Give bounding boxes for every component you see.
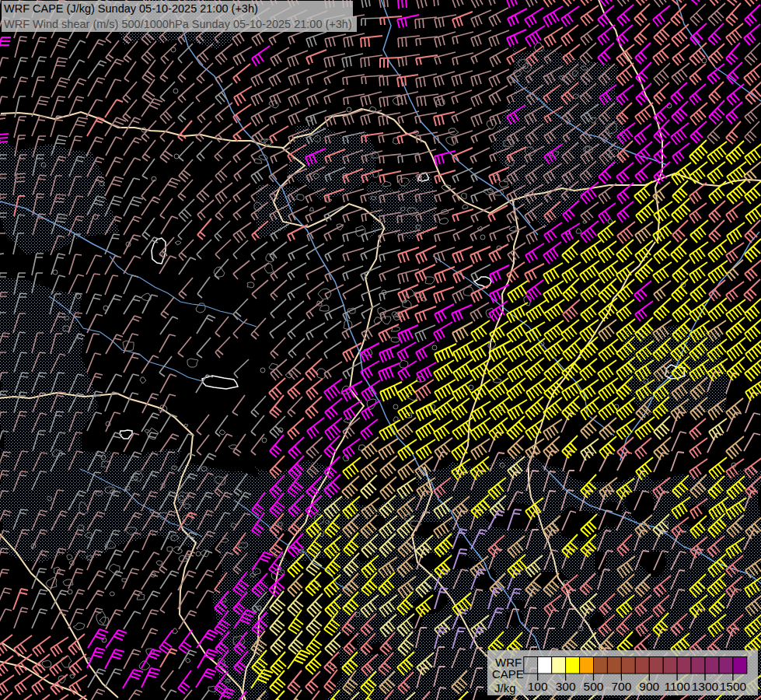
svg-text:300: 300: [556, 680, 576, 693]
svg-text:100: 100: [528, 680, 548, 693]
svg-text:900: 900: [639, 680, 659, 693]
svg-text:J/kg: J/kg: [494, 681, 516, 695]
svg-text:1100: 1100: [664, 680, 690, 693]
svg-text:1500: 1500: [720, 680, 747, 693]
svg-text:WRF CAPE (J/kg) Sunday 05-10-2: WRF CAPE (J/kg) Sunday 05-10-2025 21:00 …: [4, 2, 258, 15]
svg-text:CAPE: CAPE: [492, 667, 524, 681]
svg-text:WRF Wind shear (m/s) 500/1000h: WRF Wind shear (m/s) 500/1000hPa Sunday …: [4, 18, 352, 30]
svg-text:1300: 1300: [692, 680, 719, 693]
svg-text:500: 500: [584, 680, 604, 693]
svg-text:700: 700: [611, 680, 631, 693]
